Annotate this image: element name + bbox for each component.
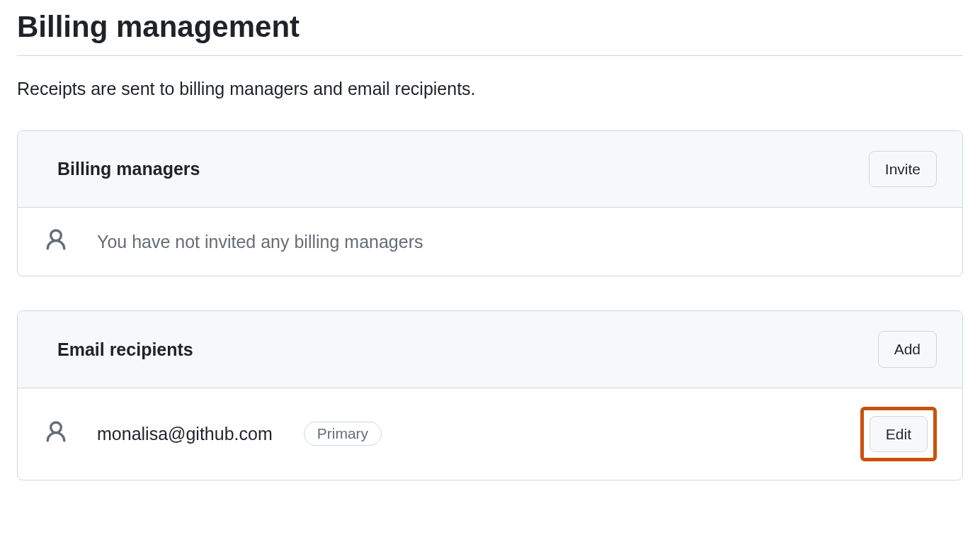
billing-managers-card: Billing managers Invite You have not inv… [17,130,963,276]
email-recipients-heading: Email recipients [57,339,193,360]
invite-button[interactable]: Invite [869,151,937,187]
primary-badge: Primary [304,422,382,446]
page-title: Billing management [17,0,963,56]
person-icon [43,227,69,256]
edit-highlight: Edit [860,407,937,461]
billing-managers-body: You have not invited any billing manager… [18,208,962,276]
person-icon [43,420,69,448]
recipient-email: monalisa@github.com [97,424,273,444]
list-item: monalisa@github.com Primary Edit [18,388,962,480]
email-recipients-card: Email recipients Add monalisa@github.com… [17,310,963,480]
email-recipients-header: Email recipients Add [18,311,962,388]
billing-managers-header: Billing managers Invite [18,131,962,208]
page-description: Receipts are sent to billing managers an… [17,79,963,99]
billing-managers-heading: Billing managers [57,159,200,179]
add-button[interactable]: Add [878,331,937,367]
edit-button[interactable]: Edit [870,416,928,452]
billing-managers-empty: You have not invited any billing manager… [97,232,423,252]
